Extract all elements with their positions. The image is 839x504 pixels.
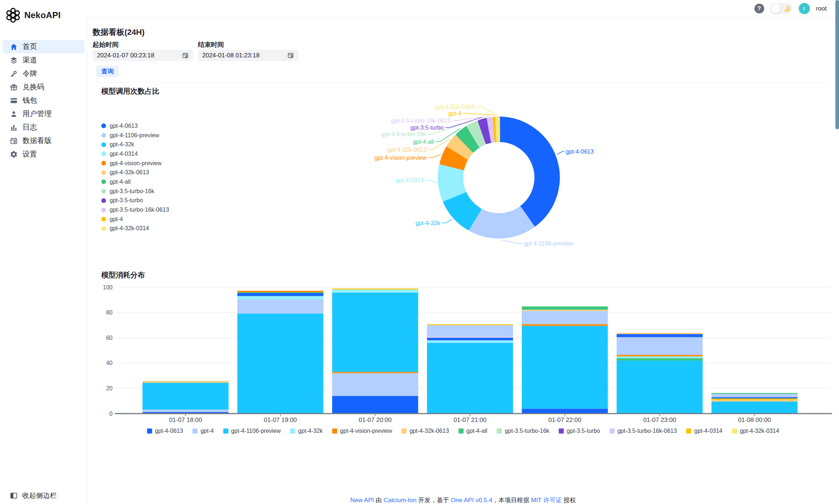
bar-segment-gpt-4-0314[interactable] xyxy=(712,398,798,400)
bar-segment-gpt-4-0613[interactable] xyxy=(522,409,608,414)
bar-legend-item-gpt-4-1106-preview[interactable]: gpt-4-1106-preview xyxy=(223,428,281,434)
bar-legend-item-gpt-4-0314[interactable]: gpt-4-0314 xyxy=(686,428,722,434)
donut-legend-item-gpt-4-32k[interactable]: gpt-4-32k xyxy=(101,140,169,149)
bar-segment-gpt-4[interactable] xyxy=(522,311,608,324)
sidebar-item-wallet[interactable]: 钱包 xyxy=(3,94,85,107)
donut-slice-gpt-4-0613[interactable] xyxy=(500,118,558,225)
bar-segment-gpt-4-1106-preview[interactable] xyxy=(427,343,513,414)
donut-label-leader xyxy=(502,240,522,243)
bar-segment-gpt-4-32k[interactable] xyxy=(427,340,513,343)
bar-legend-item-gpt-4-all[interactable]: gpt-4-all xyxy=(459,428,488,434)
bar-segment-gpt-4[interactable] xyxy=(712,394,798,397)
footer-link[interactable]: New API xyxy=(350,497,374,504)
bar-segment-gpt-4[interactable] xyxy=(332,373,418,396)
bar-segment-gpt-4-1106-preview[interactable] xyxy=(237,313,323,414)
sidebar-item-channels[interactable]: 渠道 xyxy=(3,53,85,67)
bar-segment-gpt-4-32k[interactable] xyxy=(617,356,703,358)
bar-segment-gpt-4-0613[interactable] xyxy=(332,396,418,414)
calendar-icon[interactable] xyxy=(182,52,189,59)
legend-label: gpt-3.5-turbo-16k-0613 xyxy=(618,428,677,434)
donut-legend-item-gpt-4-1106-preview[interactable]: gpt-4-1106-preview xyxy=(101,131,169,140)
donut-legend-item-gpt-4-32k-0314[interactable]: gpt-4-32k-0314 xyxy=(101,224,169,233)
x-axis-line xyxy=(115,413,832,414)
bar-segment-gpt-4-all[interactable] xyxy=(712,393,798,394)
bar-segment-gpt-4-32k-0613[interactable] xyxy=(617,333,703,334)
bar-segment-gpt-4-1106-preview[interactable] xyxy=(143,383,229,410)
sidebar-item-dashboard[interactable]: 数据看版 xyxy=(3,134,85,147)
donut-slice-label: gpt-4-32k-0314 xyxy=(435,104,475,110)
bar-segment-gpt-4-0613[interactable] xyxy=(427,338,513,340)
donut-legend-item-gpt-4-vision-preview[interactable]: gpt-4-vision-preview xyxy=(101,159,169,168)
bar-segment-gpt-4-32k-0613[interactable] xyxy=(712,400,798,402)
donut-slice-label: gpt-4-32k xyxy=(415,220,440,226)
bar-segment-gpt-4[interactable] xyxy=(427,325,513,337)
bar-segment-gpt-4-1106-preview[interactable] xyxy=(617,361,703,414)
bar-legend-item-gpt-4-32k[interactable]: gpt-4-32k xyxy=(290,428,323,434)
bar-segment-gpt-4-32k-0613[interactable] xyxy=(143,381,229,383)
bar-legend-item-gpt-4[interactable]: gpt-4 xyxy=(192,428,213,434)
bar-segment-gpt-4-1106-preview[interactable] xyxy=(712,402,798,414)
donut-legend-item-gpt-4-0314[interactable]: gpt-4-0314 xyxy=(101,149,169,159)
bar-legend-item-gpt-4-32k-0613[interactable]: gpt-4-32k-0613 xyxy=(402,428,449,434)
bar-legend-item-gpt-3.5-turbo-16k[interactable]: gpt-3.5-turbo-16k xyxy=(497,428,549,434)
query-button[interactable]: 查询 xyxy=(96,66,119,77)
footer-link[interactable]: One API v0.5.4 xyxy=(451,497,492,504)
bar-segment-gpt-4-32k-0613[interactable] xyxy=(522,310,608,311)
donut-legend-item-gpt-4-0613[interactable]: gpt-4-0613 xyxy=(101,121,169,131)
donut-legend-item-gpt-4[interactable]: gpt-4 xyxy=(101,215,169,224)
bar-segment-gpt-4-0314[interactable] xyxy=(427,324,513,325)
legend-label: gpt-4-32k xyxy=(110,141,134,148)
avatar[interactable]: r xyxy=(799,3,810,14)
bar-segment-gpt-4-all[interactable] xyxy=(237,292,323,293)
bar-segment-gpt-4-0613[interactable] xyxy=(617,334,703,337)
bar-legend-item-gpt-3.5-turbo-16k-0613[interactable]: gpt-3.5-turbo-16k-0613 xyxy=(610,428,677,434)
donut-legend-item-gpt-4-32k-0613[interactable]: gpt-4-32k-0613 xyxy=(101,168,169,177)
start-time-input[interactable]: 2024-01-07 00:23:18 xyxy=(93,50,193,61)
bar-segment-gpt-4[interactable] xyxy=(237,299,323,313)
legend-label: gpt-4-all xyxy=(110,179,131,185)
bar-segment-gpt-4-0314[interactable] xyxy=(332,289,418,290)
bar-segment-gpt-3.5-turbo-16k-0613[interactable] xyxy=(427,337,513,338)
sidebar-item-redemptions[interactable]: 兑换码 xyxy=(3,80,85,94)
donut-legend-item-gpt-3.5-turbo[interactable]: gpt-3.5-turbo xyxy=(101,196,169,206)
legend-label: gpt-3.5-turbo-16k-0613 xyxy=(110,207,169,213)
collapse-sidebar-button[interactable]: 收起侧边栏 xyxy=(10,491,57,500)
bar-legend-item-gpt-4-32k-0314[interactable]: gpt-4-32k-0314 xyxy=(732,428,779,434)
bar-segment-gpt-4-all[interactable] xyxy=(617,358,703,361)
bar-legend-item-gpt-4-0613[interactable]: gpt-4-0613 xyxy=(147,428,183,434)
scrollbar-thumb[interactable] xyxy=(835,0,839,129)
bar-legend-item-gpt-4-vision-preview[interactable]: gpt-4-vision-preview xyxy=(332,428,392,434)
bar-segment-gpt-4-32k[interactable] xyxy=(332,289,418,292)
calendar-icon[interactable] xyxy=(287,52,294,59)
bar-segment-gpt-4-1106-preview[interactable] xyxy=(522,326,608,409)
bar-segment-gpt-4-0613[interactable] xyxy=(712,397,798,399)
sidebar-item-users[interactable]: 用户管理 xyxy=(3,107,85,121)
donut-slice-gpt-4-32k-0314[interactable] xyxy=(497,118,499,141)
end-time-value: 2024-01-08 01:23:18 xyxy=(202,52,260,59)
donut-legend-item-gpt-3.5-turbo-16k-0613[interactable]: gpt-3.5-turbo-16k-0613 xyxy=(101,205,169,215)
bar-segment-gpt-4-vision-preview[interactable] xyxy=(617,355,703,356)
bar-segment-gpt-4-all[interactable] xyxy=(522,306,608,310)
end-time-input[interactable]: 2024-01-08 01:23:18 xyxy=(198,50,298,61)
bar-segment-gpt-4-32k[interactable] xyxy=(237,296,323,299)
legend-swatch-icon xyxy=(290,428,295,434)
footer-link[interactable]: MIT 许可证 xyxy=(531,497,562,504)
bar-legend-item-gpt-3.5-turbo[interactable]: gpt-3.5-turbo xyxy=(559,428,600,434)
bar-segment-gpt-4[interactable] xyxy=(617,337,703,355)
sidebar-item-settings[interactable]: 设置 xyxy=(3,147,85,161)
bar-segment-gpt-4[interactable] xyxy=(143,410,229,412)
bar-segment-gpt-4-1106-preview[interactable] xyxy=(332,293,418,372)
logo[interactable]: NekoAPI xyxy=(5,7,61,23)
donut-legend-item-gpt-3.5-turbo-16k[interactable]: gpt-3.5-turbo-16k xyxy=(101,187,169,196)
theme-toggle[interactable] xyxy=(770,3,793,14)
help-icon[interactable]: ? xyxy=(754,4,764,13)
donut-legend-item-gpt-4-all[interactable]: gpt-4-all xyxy=(101,177,169,187)
bar-segment-gpt-4-vision-preview[interactable] xyxy=(522,324,608,326)
sidebar-item-tokens[interactable]: 令牌 xyxy=(3,67,85,80)
footer-link[interactable]: Calcium-Ion xyxy=(383,497,416,504)
bar-segment-gpt-4-0613[interactable] xyxy=(237,293,323,296)
bar-segment-gpt-4-vision-preview[interactable] xyxy=(332,372,418,373)
sidebar-item-home[interactable]: 首页 xyxy=(3,40,85,53)
sidebar-item-logs[interactable]: 日志 xyxy=(3,121,85,134)
bar-segment-gpt-4-vision-preview[interactable] xyxy=(237,291,323,292)
